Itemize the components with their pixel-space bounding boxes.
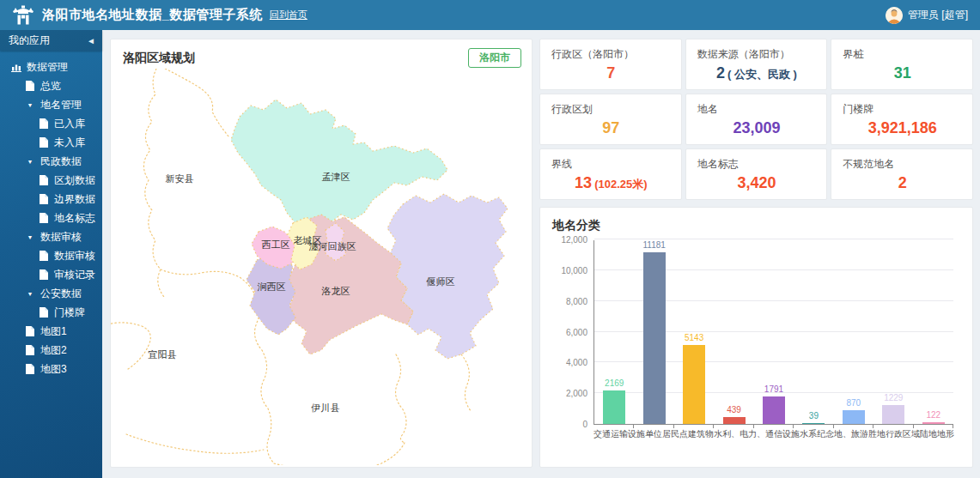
bar-value-label: 5143 (685, 333, 703, 342)
stat-card: 不规范地名2 (831, 148, 973, 200)
map-panel: 洛阳区域规划 洛阳市 (110, 39, 533, 468)
sidebar-title-bar[interactable]: 我的应用 ◄ (0, 30, 102, 51)
chart-title: 地名分类 (552, 218, 960, 233)
top-header: 洛阳市地名地址数据_数据管理子系统 回到首页 管理员 [超管] (0, 0, 980, 30)
sidebar-item-边界数据[interactable]: 边界数据 (0, 190, 102, 209)
city-scope-button[interactable]: 洛阳市 (468, 48, 521, 68)
stat-card: 门楼牌3,921,186 (831, 94, 973, 145)
file-icon (24, 81, 36, 91)
x-axis-label: 行政区域 (886, 428, 920, 440)
sidebar-item-label: 地图1 (40, 324, 67, 339)
bar-水系[interactable] (802, 423, 825, 425)
stat-card: 地名标志3,420 (685, 148, 828, 200)
sidebar-item-label: 审核记录 (54, 268, 95, 282)
sidebar-menu: 数据管理总览▼地名管理已入库未入库▼民政数据区划数据边界数据地名标志▼数据审核数… (0, 51, 102, 378)
stat-value: 2 (716, 64, 725, 82)
bar-slot-交通运输设施: 2169 (594, 240, 634, 424)
sidebar-item-总览[interactable]: 总览 (0, 76, 102, 95)
map-region-jianxi[interactable] (247, 254, 295, 335)
stat-value: 3,420 (737, 174, 776, 191)
bar-value-label: 122 (926, 410, 940, 420)
x-axis-label: 建筑物 (688, 428, 714, 440)
sidebar-item-数据管理[interactable]: 数据管理 (0, 57, 102, 76)
x-axis-label: 水利、电力、通信设施 (714, 428, 800, 440)
bar-slot-纪念地、旅游胜地: 870 (834, 240, 873, 424)
sidebar-item-公安数据[interactable]: ▼公安数据 (0, 284, 102, 303)
x-axis-label: 陆地地形 (920, 428, 954, 440)
file-icon (38, 175, 50, 185)
bar-居民点[interactable] (683, 345, 705, 424)
stat-label: 地名标志 (697, 157, 817, 172)
home-link[interactable]: 回到首页 (270, 9, 307, 21)
stat-label: 界线 (551, 157, 671, 172)
sidebar-item-数据审核[interactable]: 数据审核 (0, 246, 102, 265)
sidebar-item-数据审核[interactable]: ▼数据审核 (0, 227, 102, 246)
x-axis-label: 纪念地、旅游胜地 (817, 428, 886, 440)
sidebar-item-label: 区划数据 (54, 173, 95, 188)
file-icon (38, 269, 50, 280)
stat-value: 7 (606, 64, 615, 82)
bar-value-label: 2169 (605, 378, 624, 388)
bar-slot-建筑物: 439 (714, 240, 753, 424)
bar-slot-居民点: 5143 (674, 240, 714, 424)
y-axis-tick-label: 8,000 (553, 296, 593, 306)
map-region-label: 宜阳县 (149, 349, 177, 360)
bar-行政区域[interactable] (882, 405, 904, 424)
sidebar-item-label: 地图2 (40, 343, 67, 358)
bar-value-label: 870 (847, 398, 861, 408)
chart-panel: 地名分类 02,0004,0006,0008,00010,00012,00021… (539, 207, 973, 468)
map-region-label: 涧西区 (258, 281, 286, 292)
sidebar-item-地名标志[interactable]: 地名标志 (0, 209, 102, 227)
sidebar-item-地图2[interactable]: 地图2 (0, 341, 102, 360)
stat-value: 2 (898, 174, 907, 191)
sidebar-item-未入库[interactable]: 未入库 (0, 133, 102, 152)
y-axis-tick-label: 12,000 (553, 235, 593, 245)
bar-纪念地、旅游胜地[interactable] (843, 410, 865, 424)
stat-label: 数据来源（洛阳市） (697, 47, 817, 62)
stat-card: 界桩31 (831, 39, 973, 90)
y-axis-tick-label: 10,000 (553, 265, 593, 275)
sidebar-title: 我的应用 (9, 33, 50, 48)
map-panel-title: 洛阳区域规划 (123, 51, 195, 66)
sidebar-item-label: 未入库 (54, 136, 85, 150)
luoyang-district-map: 新安县孟津区西工区老城区瀍河回族区涧西区洛龙区偃师区宜阳县伊川县 (111, 69, 533, 465)
bar-交通运输设施[interactable] (603, 390, 625, 424)
stat-card: 界线13(102.25米) (539, 148, 682, 200)
sidebar-item-label: 总览 (40, 79, 61, 94)
y-axis-tick-label: 0 (553, 420, 593, 429)
app-title: 洛阳市地名地址数据_数据管理子系统 (42, 7, 263, 23)
avatar (886, 7, 903, 24)
x-axis-label: 居民点 (662, 428, 688, 440)
sidebar-item-区划数据[interactable]: 区划数据 (0, 171, 102, 190)
sidebar-item-地图3[interactable]: 地图3 (0, 360, 102, 378)
map-region-label: 偃师区 (426, 276, 455, 287)
stat-value: 13 (575, 174, 592, 191)
bar-单位[interactable] (643, 252, 666, 424)
stat-label: 门楼牌 (843, 102, 962, 117)
sidebar-item-审核记录[interactable]: 审核记录 (0, 265, 102, 284)
file-icon (38, 194, 50, 204)
sidebar-item-地图1[interactable]: 地图1 (0, 322, 102, 341)
bar-slot-水系: 39 (794, 240, 833, 424)
collapse-sidebar-icon[interactable]: ◄ (87, 36, 95, 45)
sidebar-item-门楼牌[interactable]: 门楼牌 (0, 303, 102, 322)
stat-value-suffix: ( 公安、民政 ) (727, 68, 797, 81)
stat-label: 界桩 (843, 47, 962, 62)
y-axis-tick-label: 6,000 (553, 327, 593, 336)
stat-label: 行政区划 (551, 102, 671, 117)
bar-水利、电力、通信设施[interactable] (763, 396, 785, 424)
user-menu[interactable]: 管理员 [超管] (886, 7, 968, 24)
sidebar-item-已入库[interactable]: 已入库 (0, 114, 102, 133)
sidebar-item-民政数据[interactable]: ▼民政数据 (0, 152, 102, 171)
sidebar-item-地名管理[interactable]: ▼地名管理 (0, 95, 102, 114)
bar-建筑物[interactable] (723, 417, 746, 424)
bar-陆地地形[interactable] (922, 422, 945, 424)
main-content: 洛阳区域规划 洛阳市 (102, 30, 980, 478)
bar-slot-行政区域: 1229 (873, 240, 913, 424)
sidebar-item-label: 地名管理 (40, 98, 82, 112)
sidebar-item-label: 地图3 (40, 362, 67, 377)
map-region-label: 洛龙区 (321, 286, 350, 296)
right-column: 行政区（洛阳市）7数据来源（洛阳市）2( 公安、民政 )界桩31行政区划97地名… (539, 39, 973, 468)
x-axis-label: 单位 (645, 428, 662, 440)
stat-card: 地名23,009 (685, 94, 828, 145)
